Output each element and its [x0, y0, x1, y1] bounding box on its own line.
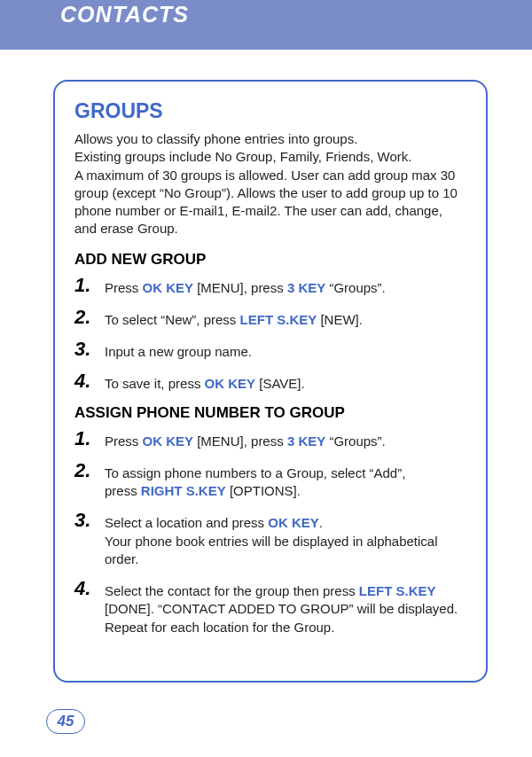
- section-groups-title: GROUPS: [74, 99, 466, 123]
- step-text: To select “New”, press LEFT S.KEY [NEW].: [105, 308, 466, 329]
- subheading-add-new-group: ADD NEW GROUP: [74, 251, 466, 269]
- step-number: 2.: [74, 308, 101, 327]
- step-text: Input a new group name.: [105, 339, 466, 361]
- step-text: Select the contact for the group then pr…: [105, 579, 466, 636]
- content-box: GROUPS Allows you to classify phone entr…: [53, 80, 488, 683]
- step-text: Press OK KEY [MENU], press 3 KEY “Groups…: [105, 429, 466, 450]
- steps-assign-phone: 1.Press OK KEY [MENU], press 3 KEY “Grou…: [74, 429, 466, 636]
- step-item: 3.Select a location and press OK KEY.You…: [74, 511, 466, 568]
- step-text: To assign phone numbers to a Group, sele…: [105, 461, 466, 501]
- page-number-badge: 45: [46, 709, 85, 734]
- step-item: 3.Input a new group name.: [74, 339, 466, 361]
- key-label: LEFT S.KEY: [240, 312, 317, 327]
- subheading-assign-phone: ASSIGN PHONE NUMBER TO GROUP: [74, 404, 466, 422]
- step-item: 4.To save it, press OK KEY [SAVE].: [74, 371, 466, 393]
- step-item: 1.Press OK KEY [MENU], press 3 KEY “Grou…: [74, 276, 466, 297]
- key-label: OK KEY: [205, 376, 256, 391]
- step-number: 1.: [74, 276, 101, 295]
- step-text: Press OK KEY [MENU], press 3 KEY “Groups…: [105, 276, 466, 297]
- step-text: Select a location and press OK KEY.Your …: [105, 511, 466, 568]
- groups-intro: Allows you to classify phone entries int…: [74, 130, 466, 238]
- step-number: 1.: [74, 429, 101, 449]
- header-title: CONTACTS: [60, 2, 532, 27]
- step-number: 3.: [74, 339, 101, 359]
- page-number: 45: [58, 713, 74, 730]
- steps-add-new-group: 1.Press OK KEY [MENU], press 3 KEY “Grou…: [74, 276, 466, 394]
- step-number: 4.: [74, 579, 101, 598]
- step-item: 2.To select “New”, press LEFT S.KEY [NEW…: [74, 308, 466, 329]
- key-label: OK KEY: [268, 515, 319, 530]
- key-label: RIGHT S.KEY: [141, 483, 226, 498]
- key-label: 3 KEY: [287, 280, 325, 295]
- key-label: 3 KEY: [287, 433, 325, 449]
- step-number: 3.: [74, 511, 101, 530]
- key-label: OK KEY: [143, 280, 194, 295]
- step-item: 1.Press OK KEY [MENU], press 3 KEY “Grou…: [74, 429, 466, 450]
- step-text: To save it, press OK KEY [SAVE].: [105, 371, 466, 393]
- step-item: 2.To assign phone numbers to a Group, se…: [74, 461, 466, 501]
- step-number: 2.: [74, 461, 101, 480]
- key-label: OK KEY: [143, 433, 194, 449]
- header-band: CONTACTS: [0, 0, 532, 50]
- step-number: 4.: [74, 371, 101, 391]
- key-label: LEFT S.KEY: [359, 583, 436, 598]
- step-item: 4.Select the contact for the group then …: [74, 579, 466, 636]
